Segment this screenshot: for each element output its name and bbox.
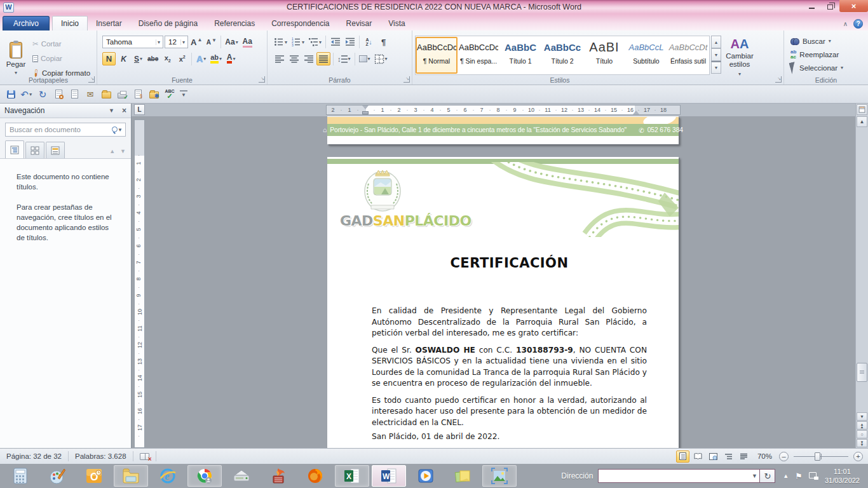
- dialog-launcher-icon[interactable]: ↘: [403, 76, 410, 83]
- taskbar-internet-explorer[interactable]: e: [151, 465, 185, 487]
- sort-button[interactable]: AZ ↓: [362, 36, 376, 49]
- tab-revisar[interactable]: Revisar: [338, 16, 381, 30]
- fullscreen-reading-view-button[interactable]: [691, 451, 705, 463]
- proofing-status-button[interactable]: [133, 449, 156, 464]
- print-preview-button[interactable]: [53, 88, 64, 100]
- close-button[interactable]: ×: [839, 0, 868, 12]
- gallery-scroll-down[interactable]: ▼: [711, 48, 721, 61]
- tab-inicio[interactable]: Inicio: [52, 16, 88, 30]
- web-layout-view-button[interactable]: [707, 451, 720, 463]
- save-button[interactable]: [5, 88, 17, 100]
- restore-button[interactable]: [821, 0, 839, 12]
- show-marks-button[interactable]: ¶: [377, 36, 390, 49]
- search-options-icon[interactable]: ▼: [118, 127, 123, 133]
- outline-view-button[interactable]: [722, 451, 735, 463]
- italic-button[interactable]: K: [117, 52, 130, 65]
- vertical-ruler[interactable]: 1234567891011121314151617···············…: [134, 119, 145, 448]
- search-input[interactable]: [6, 126, 111, 133]
- style-titulo-2[interactable]: AaBbCc Título 2: [541, 37, 583, 74]
- zoom-out-button[interactable]: –: [779, 452, 789, 461]
- nav-tab-results[interactable]: [46, 142, 65, 158]
- help-icon[interactable]: ?: [853, 19, 863, 29]
- multilevel-list-button[interactable]: ▾: [307, 36, 323, 49]
- line-spacing-button[interactable]: ↕ ▾: [336, 52, 352, 65]
- document-body[interactable]: En calidad de Presidente y Representante…: [372, 306, 647, 434]
- undo-button[interactable]: ↶▼: [21, 88, 32, 100]
- dialog-launcher-icon[interactable]: ↘: [259, 76, 265, 83]
- dialog-launcher-icon[interactable]: ↘: [88, 76, 95, 83]
- taskbar-word[interactable]: W: [372, 465, 406, 487]
- navigation-close-icon[interactable]: ×: [122, 106, 126, 115]
- justify-button[interactable]: [316, 52, 330, 65]
- first-line-indent-marker[interactable]: [362, 105, 369, 109]
- scroll-down-button[interactable]: ▼: [857, 412, 867, 421]
- strikethrough-button[interactable]: abe: [146, 52, 159, 65]
- taskbar-photo-viewer[interactable]: [482, 465, 517, 487]
- tab-stop-selector[interactable]: L: [134, 104, 145, 115]
- tab-vista[interactable]: Vista: [380, 16, 413, 30]
- tab-referencias[interactable]: Referencias: [206, 16, 263, 30]
- zoom-in-button[interactable]: +: [853, 452, 863, 461]
- bullets-button[interactable]: ▾: [273, 36, 288, 49]
- font-color-button[interactable]: A▾: [224, 52, 238, 65]
- taskbar-excel[interactable]: X: [335, 465, 369, 487]
- subscript-button[interactable]: x2: [161, 52, 174, 65]
- find-button[interactable]: Buscar ▾: [788, 34, 865, 48]
- style-titulo[interactable]: AaBI Título: [583, 37, 625, 74]
- style-enfasis-sutil[interactable]: AaBbCcDt Énfasis sutil: [667, 37, 709, 74]
- grow-font-button[interactable]: A▲: [189, 36, 203, 49]
- zoom-level[interactable]: 70%: [752, 452, 777, 460]
- style-sin-espacio[interactable]: AaBbCcDc ¶ Sin espa...: [458, 37, 499, 74]
- decrease-indent-button[interactable]: [329, 36, 342, 49]
- increase-indent-button[interactable]: [343, 36, 356, 49]
- word-count[interactable]: Palabras: 3.628: [69, 449, 133, 464]
- taskbar-scanner[interactable]: [224, 465, 259, 487]
- previous-heading-icon[interactable]: ▲: [109, 148, 115, 154]
- draft-view-button[interactable]: [737, 451, 750, 463]
- scrollbar-thumb[interactable]: [857, 363, 867, 382]
- style-normal[interactable]: AaBbCcDc ¶ Normal: [416, 37, 458, 74]
- tab-archivo[interactable]: Archivo: [3, 16, 50, 30]
- taskbar-sticky-notes[interactable]: [445, 465, 480, 487]
- clear-formatting-button[interactable]: Aa: [241, 36, 254, 49]
- open-button[interactable]: [100, 88, 112, 100]
- taskbar-outlook[interactable]: O: [77, 465, 111, 487]
- font-family-combo[interactable]: Tahoma ▾: [102, 36, 163, 48]
- edit-document-button[interactable]: ✎: [132, 88, 144, 100]
- paste-button[interactable]: Pegar ▾: [4, 34, 28, 83]
- folder-options-button[interactable]: ✱: [148, 88, 159, 100]
- text-highlight-button[interactable]: ab▾: [209, 52, 223, 65]
- mail-button[interactable]: ✉: [85, 88, 96, 100]
- redo-button[interactable]: ↻: [37, 88, 48, 100]
- address-go-button[interactable]: ↻: [760, 469, 775, 483]
- numbering-button[interactable]: 123 ▾: [290, 36, 306, 49]
- align-right-button[interactable]: [302, 52, 315, 65]
- select-button[interactable]: Seleccionar ▾: [788, 61, 865, 74]
- bold-button[interactable]: N: [102, 52, 116, 65]
- tab-diseno-de-pagina[interactable]: Diseño de página: [130, 16, 206, 30]
- previous-page-button[interactable]: ▲▲: [857, 421, 867, 430]
- taskbar-calculator[interactable]: [3, 465, 37, 487]
- action-center-flag-icon[interactable]: ⚑: [795, 471, 803, 481]
- minimize-button[interactable]: [803, 0, 821, 12]
- cut-button[interactable]: ✂ Cortar: [31, 37, 92, 51]
- replace-button[interactable]: abac Reemplazar: [788, 48, 865, 61]
- ruler-toggle-button[interactable]: [857, 104, 867, 115]
- shrink-font-button[interactable]: A▼: [205, 36, 218, 49]
- style-subtitulo[interactable]: AaBbCcL Subtítulo: [625, 37, 667, 74]
- change-case-button[interactable]: Aa▾: [224, 36, 239, 49]
- taskbar-paint[interactable]: [40, 465, 74, 487]
- page-indicator[interactable]: Página: 32 de 32: [0, 449, 68, 464]
- taskbar-chrome[interactable]: [187, 465, 222, 487]
- new-document-button[interactable]: [69, 88, 80, 100]
- shading-button[interactable]: ▾: [358, 52, 372, 65]
- navigation-search-box[interactable]: ▼: [5, 123, 126, 137]
- gallery-scroll-up[interactable]: ▲: [711, 36, 721, 48]
- zoom-slider-thumb[interactable]: [815, 452, 820, 461]
- dialog-launcher-icon[interactable]: ↘: [775, 76, 782, 83]
- scrollbar-track[interactable]: [857, 128, 867, 412]
- spelling-button[interactable]: ABC✓: [164, 88, 175, 100]
- text-effects-button[interactable]: A▾: [194, 52, 208, 65]
- font-size-combo[interactable]: 12 ▾: [165, 36, 188, 48]
- qat-more-button[interactable]: ▼: [180, 90, 187, 98]
